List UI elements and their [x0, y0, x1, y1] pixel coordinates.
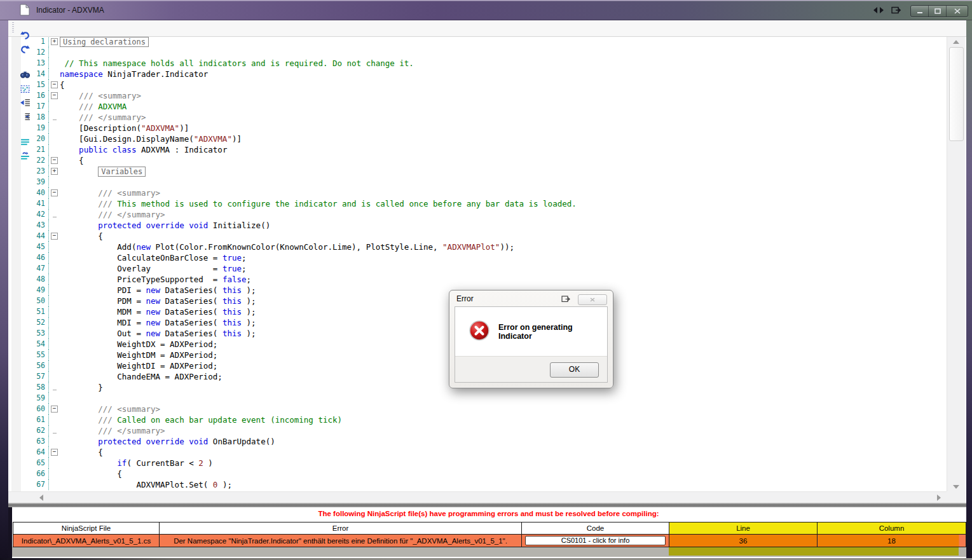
- column-cell: 18: [818, 535, 966, 547]
- code-text: [Description("ADXVMA")]: [60, 123, 947, 133]
- fold-margin: −: [48, 188, 60, 198]
- line-number: 48: [8, 274, 48, 285]
- fold-collapse-icon[interactable]: −: [51, 233, 58, 240]
- uncomment-lines-icon[interactable]: [18, 149, 32, 163]
- maximize-button[interactable]: [929, 6, 947, 17]
- code-text: {: [60, 468, 947, 479]
- line-number: 67: [8, 479, 48, 490]
- fold-collapse-icon[interactable]: −: [51, 189, 58, 196]
- line-number: 50: [8, 296, 48, 306]
- redo-icon[interactable]: [18, 42, 32, 56]
- code-line: 22− {: [8, 155, 947, 166]
- undo-icon[interactable]: [18, 28, 32, 42]
- ok-button[interactable]: OK: [550, 362, 599, 378]
- find-icon[interactable]: [18, 67, 32, 81]
- window-controls: [910, 5, 968, 17]
- scroll-up-icon[interactable]: [947, 36, 965, 47]
- fold-collapse-icon[interactable]: −: [51, 406, 58, 413]
- code-line: 23+ Variables: [8, 166, 947, 177]
- code-text: if( CurrentBar < 2 ): [60, 458, 947, 468]
- horizontal-scrollbar[interactable]: [8, 491, 947, 503]
- fold-margin: [48, 123, 60, 133]
- minimize-button[interactable]: [911, 6, 929, 17]
- line-number: 64: [8, 447, 48, 458]
- code-line: 14namespace NinjaTrader.Indicator: [8, 69, 947, 79]
- code-line: 44− {: [8, 231, 947, 242]
- scroll-right-icon[interactable]: [933, 492, 945, 503]
- comment-lines-icon[interactable]: [18, 135, 32, 149]
- dialog-title: Error: [456, 292, 474, 305]
- fold-collapse-icon[interactable]: −: [51, 92, 58, 99]
- code-line: 12: [8, 47, 947, 58]
- fold-margin: [48, 414, 60, 425]
- fold-expand-icon[interactable]: +: [51, 168, 58, 175]
- window-frame-right: [966, 20, 972, 558]
- select-grid-icon[interactable]: [18, 81, 32, 95]
- scroll-down-icon[interactable]: [947, 481, 965, 492]
- close-button[interactable]: [947, 6, 968, 17]
- detach-window-icon[interactable]: [891, 6, 901, 17]
- code-text: PriceTypeSupported = false;: [60, 274, 947, 285]
- fold-margin: [48, 112, 60, 123]
- fold-margin: [48, 209, 60, 220]
- dialog-detach-icon[interactable]: [561, 294, 571, 306]
- fold-margin: [48, 263, 60, 274]
- error-icon: [469, 320, 489, 343]
- vertical-scrollbar-thumb[interactable]: [949, 47, 964, 141]
- dock-arrows-icon[interactable]: [873, 7, 884, 13]
- line-number: 62: [8, 425, 48, 436]
- line-number: 49: [8, 285, 48, 296]
- error-code-button[interactable]: CS0101 - click for info: [525, 536, 666, 545]
- code-line: 59: [8, 393, 947, 404]
- line-number: 23: [8, 166, 48, 177]
- code-text: {: [60, 79, 947, 90]
- line-number: 63: [8, 436, 48, 447]
- code-text: public class ADXVMA : Indicator: [60, 144, 947, 155]
- fold-margin: +: [48, 166, 60, 177]
- dialog-close-button[interactable]: [578, 294, 607, 305]
- collapsed-region-box[interactable]: Using declarations: [60, 37, 149, 47]
- code-line: 43 protected override void Initialize(): [8, 220, 947, 231]
- dialog-body: Error on generating Indicator OK: [455, 306, 608, 383]
- panel-splitter[interactable]: [8, 503, 966, 507]
- column-header-column: Column: [818, 522, 966, 535]
- vertical-scrollbar[interactable]: [947, 36, 965, 492]
- fold-margin: [48, 144, 60, 155]
- fold-collapse-icon[interactable]: −: [51, 157, 58, 164]
- code-text: ADXVMAPlot.Set( 0 );: [60, 479, 947, 490]
- scroll-left-icon[interactable]: [35, 492, 48, 503]
- collapsed-region-box[interactable]: Variables: [98, 167, 146, 177]
- fold-margin: [48, 393, 60, 404]
- code-text: Using declarations: [60, 36, 947, 47]
- code-text: /// <summary>: [60, 90, 947, 101]
- line-number: 45: [8, 242, 48, 252]
- line-number: 43: [8, 220, 48, 231]
- outdent-icon[interactable]: [18, 95, 32, 109]
- fold-collapse-icon[interactable]: −: [51, 449, 58, 456]
- fold-collapse-icon[interactable]: −: [51, 81, 58, 88]
- fold-margin: [48, 101, 60, 112]
- error-dialog: Error Error on generating Indicator: [449, 290, 613, 388]
- fold-margin: +: [48, 36, 60, 47]
- error-table-header-row: NinjaScript FileErrorCodeLineColumn: [13, 522, 966, 535]
- toolbar-gripper[interactable]: [12, 22, 14, 34]
- fold-margin: [48, 47, 60, 58]
- code-line: 21 public class ADXVMA : Indicator: [8, 144, 947, 155]
- dialog-message: Error on generating Indicator: [498, 323, 607, 341]
- code-line: 67 ADXVMAPlot.Set( 0 );: [8, 479, 947, 490]
- fold-expand-icon[interactable]: +: [51, 38, 58, 45]
- line-number: 57: [8, 371, 48, 382]
- app-window: Indicator - ADXVMA 1+Using declarations1…: [0, 0, 972, 560]
- indent-icon[interactable]: [18, 109, 32, 123]
- code-editor[interactable]: 1+Using declarations1213 // This namespa…: [8, 36, 947, 491]
- document-icon: [20, 4, 30, 18]
- error-table-row[interactable]: Indicator\_ADXVMA_Alerts_v01_5_1.csDer N…: [13, 535, 966, 547]
- line-number: 44: [8, 231, 48, 242]
- error-panel: The following NinjaScript file(s) have p…: [8, 507, 966, 558]
- fold-margin: [48, 133, 60, 144]
- column-header-line: Line: [669, 522, 818, 535]
- code-cell: CS0101 - click for info: [522, 535, 669, 547]
- code-line: 66 {: [8, 468, 947, 479]
- code-text: /// </summary>: [60, 425, 947, 436]
- file-cell: Indicator\_ADXVMA_Alerts_v01_5_1.cs: [13, 535, 160, 547]
